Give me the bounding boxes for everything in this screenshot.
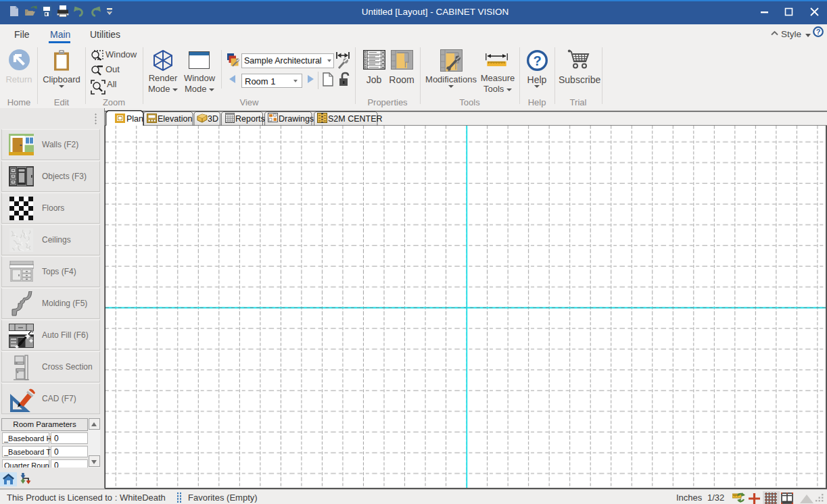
- svg-text:Plan: Plan: [126, 114, 143, 124]
- svg-text:3D: 3D: [208, 114, 218, 124]
- svg-text:Drawings: Drawings: [279, 114, 314, 124]
- svg-text:Elevation: Elevation: [158, 114, 192, 124]
- svg-text:?: ?: [816, 28, 821, 36]
- svg-text:S2M CENTER: S2M CENTER: [328, 114, 383, 124]
- svg-text:?: ?: [533, 53, 541, 68]
- svg-text:Reports: Reports: [235, 114, 265, 124]
